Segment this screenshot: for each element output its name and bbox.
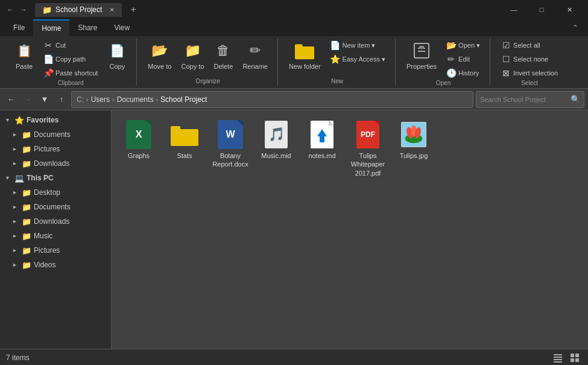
docs-pc-chevron: ►	[12, 204, 19, 210]
sidebar-item-pictures-fav[interactable]: ► 📁 Pictures	[0, 142, 111, 156]
ribbon-collapse-btn[interactable]: ⌃	[567, 21, 583, 34]
sidebar-item-music[interactable]: ► 📁 Music	[0, 229, 111, 243]
docs-fav-icon: 📁	[22, 130, 31, 139]
close-tab-btn[interactable]: ✕	[109, 6, 115, 14]
recent-btn[interactable]: ▼	[37, 92, 52, 107]
pics-fav-chevron: ►	[12, 146, 19, 152]
docs-pc-label: Documents	[34, 203, 71, 211]
minimize-btn[interactable]: —	[500, 0, 528, 19]
sidebar-item-desktop[interactable]: ► 📁 Desktop	[0, 185, 111, 200]
new-folder-button[interactable]: New folder	[285, 39, 324, 72]
videos-icon: 📁	[22, 260, 31, 270]
forward-icon[interactable]: →	[18, 4, 29, 15]
tab-share[interactable]: Share	[69, 19, 106, 36]
copy-path-button[interactable]: 📄 Copy path	[40, 52, 101, 66]
easy-access-icon: ⭐	[330, 54, 340, 64]
paste-button[interactable]: 📋 Paste	[11, 39, 37, 72]
back-icon[interactable]: ←	[5, 4, 16, 15]
file-item-tulips-jpg[interactable]: Tulips.jpg	[393, 116, 435, 181]
dl-fav-icon: 📁	[22, 159, 31, 168]
select-group: ☑ Select all ☐ Select none ⊠ Invert sele…	[492, 39, 567, 86]
delete-icon: 🗑	[213, 41, 233, 60]
title-bar-nav-icons: ← →	[5, 4, 29, 15]
cut-button[interactable]: ✂ Cut	[40, 39, 101, 52]
select-none-button[interactable]: ☐ Select none	[498, 52, 561, 66]
desktop-chevron: ►	[12, 189, 19, 195]
select-all-label: Select all	[513, 42, 540, 49]
select-all-button[interactable]: ☑ Select all	[498, 39, 561, 52]
breadcrumb-users[interactable]: Users	[91, 95, 110, 104]
properties-icon	[412, 41, 431, 60]
breadcrumb-current[interactable]: School Project	[160, 95, 207, 104]
paste-shortcut-icon: 📌	[43, 68, 53, 78]
file-item-graphs[interactable]: X Graphs	[118, 116, 160, 181]
rename-button[interactable]: ✏ Rename	[239, 39, 271, 72]
file-item-tulips-pdf[interactable]: PDF Tulips Whitepaper 2017.pdf	[347, 116, 389, 181]
forward-btn[interactable]: →	[21, 92, 35, 107]
open-group: Properties 📂 Open ▾ ✏ Edit 🕐 History	[397, 39, 490, 86]
file-item-botany[interactable]: W Botany Report.docx	[209, 116, 251, 181]
favorites-group[interactable]: ▼ ⭐ Favorites	[0, 113, 111, 127]
sidebar-item-documents-fav[interactable]: ► 📁 Documents	[0, 127, 111, 142]
pics-fav-label: Pictures	[34, 145, 60, 153]
new-tab-btn[interactable]: +	[125, 4, 141, 15]
dl-pc-chevron: ►	[12, 218, 19, 224]
properties-button[interactable]: Properties	[403, 39, 440, 72]
paste-shortcut-label: Paste shortcut	[55, 69, 98, 77]
sidebar-item-downloads-fav[interactable]: ► 📁 Downloads	[0, 156, 111, 171]
svg-rect-23	[575, 354, 579, 357]
file-item-stats[interactable]: Stats	[163, 116, 206, 181]
thispc-group[interactable]: ▼ 💻 This PC	[0, 171, 111, 185]
sidebar-item-downloads-pc[interactable]: ► 📁 Downloads	[0, 214, 111, 229]
file-item-music[interactable]: 🎵 Music.mid	[255, 116, 297, 181]
search-input[interactable]	[480, 96, 571, 103]
favorites-chevron: ▼	[5, 117, 12, 123]
open-button[interactable]: 📂 Open ▾	[443, 39, 484, 52]
new-item-button[interactable]: 📄 New item ▾	[327, 39, 389, 52]
music-label: Music	[34, 232, 52, 240]
music-name: Music.mid	[261, 151, 291, 160]
svg-rect-12	[320, 136, 324, 142]
search-icon[interactable]: 🔍	[571, 95, 580, 104]
svg-rect-1	[295, 44, 302, 49]
open-col: 📂 Open ▾ ✏ Edit 🕐 History	[443, 39, 484, 80]
new-item-icon: 📄	[330, 40, 340, 50]
tab-file[interactable]: File	[5, 19, 33, 36]
move-to-button[interactable]: 📂 Move to	[144, 39, 175, 72]
move-to-label: Move to	[148, 63, 171, 70]
delete-label: Delete	[213, 63, 233, 70]
file-item-notes[interactable]: notes.md	[301, 116, 343, 181]
breadcrumb-documents[interactable]: Documents	[117, 95, 154, 104]
copy-to-button[interactable]: 📁 Copy to	[177, 39, 207, 72]
videos-chevron: ►	[12, 262, 19, 268]
tab-home[interactable]: Home	[33, 19, 69, 36]
easy-access-button[interactable]: ⭐ Easy Access ▾	[327, 52, 389, 66]
new-folder-label: New folder	[289, 63, 321, 70]
tab-view[interactable]: View	[106, 19, 138, 36]
maximize-btn[interactable]: □	[528, 0, 555, 19]
search-bar[interactable]: 🔍	[476, 91, 584, 108]
paste-shortcut-button[interactable]: 📌 Paste shortcut	[40, 66, 101, 80]
history-button[interactable]: 🕐 History	[443, 66, 484, 80]
clipboard-items: 📋 Paste ✂ Cut 📄 Copy path 📌 Paste	[11, 39, 130, 80]
sidebar-item-pictures-pc[interactable]: ► 📁 Pictures	[0, 243, 111, 258]
delete-button[interactable]: 🗑 Delete	[210, 39, 236, 72]
new-col: 📄 New item ▾ ⭐ Easy Access ▾	[327, 39, 389, 66]
tulips-icon	[399, 120, 428, 149]
stats-icon	[170, 120, 199, 149]
sidebar-item-videos[interactable]: ► 📁 Videos	[0, 258, 111, 272]
icons-view-btn[interactable]	[567, 352, 582, 364]
edit-button[interactable]: ✏ Edit	[443, 52, 484, 66]
close-btn[interactable]: ✕	[555, 0, 583, 19]
invert-selection-button[interactable]: ⊠ Invert selection	[498, 66, 561, 80]
details-view-btn[interactable]	[551, 352, 565, 364]
pdf-icon: PDF	[353, 120, 382, 149]
up-btn[interactable]: ↑	[54, 92, 69, 107]
sidebar-item-documents-pc[interactable]: ► 📁 Documents	[0, 200, 111, 214]
history-label: History	[458, 69, 479, 77]
back-btn[interactable]: ←	[4, 92, 18, 107]
copy-button[interactable]: 📄 Copy	[104, 39, 130, 72]
favorites-icon: ⭐	[14, 115, 24, 125]
breadcrumb-drive: C:	[77, 95, 84, 104]
folder-tab-icon: 📁	[42, 5, 52, 14]
